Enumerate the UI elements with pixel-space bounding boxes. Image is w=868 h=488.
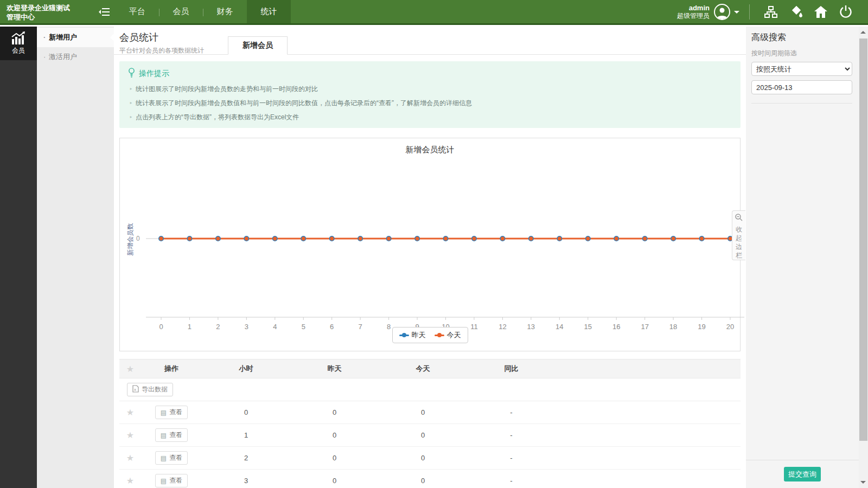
- star-icon[interactable]: ★: [126, 431, 134, 440]
- legend-label: 昨天: [412, 330, 426, 340]
- export-data-button[interactable]: x 导出数据: [127, 383, 173, 396]
- cell-yesterday: 0: [290, 477, 379, 485]
- rail-label: 会员: [12, 46, 25, 55]
- bar-chart-icon: [11, 31, 26, 46]
- advanced-search-title: 高级搜索: [751, 32, 852, 43]
- nav-finance[interactable]: 财务: [203, 0, 247, 23]
- home-icon[interactable]: [808, 0, 833, 24]
- user-info: admin 超级管理员: [677, 4, 710, 20]
- cell-hour: 3: [202, 477, 290, 485]
- user-dropdown-caret-icon[interactable]: [734, 11, 739, 16]
- submit-query-button[interactable]: 提交查询: [784, 467, 821, 481]
- tips-title: 操作提示: [139, 69, 169, 79]
- nav-platform[interactable]: 平台: [115, 0, 159, 23]
- col-yesterday: 昨天: [290, 364, 379, 374]
- svg-text:20: 20: [726, 323, 734, 331]
- sidebar-item-member[interactable]: 会员: [0, 27, 37, 60]
- svg-text:12: 12: [499, 323, 506, 331]
- svg-text:19: 19: [698, 323, 705, 331]
- view-button[interactable]: ▤查看: [155, 406, 188, 419]
- scrollbar-thumb[interactable]: [859, 38, 867, 441]
- sitemap-icon[interactable]: [758, 0, 783, 24]
- topbar: 欢迎登录企业猫测试 管理中心 平台 会员 财务 统计 admin 超级管理员: [0, 0, 868, 25]
- star-icon[interactable]: ★: [126, 453, 134, 463]
- svg-text:0: 0: [159, 323, 163, 331]
- svg-text:1: 1: [188, 323, 192, 331]
- star-icon: ★: [126, 364, 134, 374]
- page-subtitle: 平台针对会员的各项数据统计: [119, 46, 746, 55]
- menu-collapse-icon[interactable]: [93, 0, 115, 23]
- cell-hour: 1: [202, 431, 290, 439]
- cell-today: 0: [379, 431, 467, 439]
- cell-yesterday: 0: [290, 431, 379, 439]
- cell-today: 0: [379, 454, 467, 462]
- view-button[interactable]: ▤查看: [155, 474, 188, 487]
- excel-file-icon: x: [132, 385, 139, 394]
- collapse-sidebar-tab[interactable]: 收起边栏: [732, 210, 745, 260]
- nav-member[interactable]: 会员: [159, 0, 203, 23]
- table-row: ★▤查看100-: [119, 424, 741, 447]
- col-action: 操作: [141, 364, 202, 374]
- legend-item[interactable]: 昨天: [399, 330, 426, 340]
- cell-ratio: -: [467, 454, 556, 462]
- legend-marker-icon: [399, 335, 409, 336]
- svg-text:11: 11: [470, 323, 478, 331]
- scroll-down-arrow-icon[interactable]: [860, 481, 866, 484]
- table-row: ★▤查看200-: [119, 447, 741, 470]
- cell-yesterday: 0: [290, 454, 379, 462]
- svg-text:5: 5: [302, 323, 305, 331]
- cell-ratio: -: [467, 431, 556, 439]
- lightbulb-icon: [128, 68, 135, 79]
- svg-text:8: 8: [387, 323, 391, 331]
- export-row: x 导出数据: [119, 378, 741, 401]
- cell-ratio: -: [467, 477, 556, 485]
- svg-text:17: 17: [641, 323, 648, 331]
- cell-yesterday: 0: [290, 408, 379, 416]
- divider: [751, 103, 852, 104]
- page-title: 会员统计: [119, 31, 746, 44]
- nav-statistics[interactable]: 统计: [247, 0, 291, 23]
- cell-hour: 2: [202, 454, 290, 462]
- svg-text:13: 13: [527, 323, 535, 331]
- brand-title: 欢迎登录企业猫测试 管理中心: [0, 0, 93, 23]
- legend-marker-icon: [435, 335, 444, 336]
- top-navigation: 平台 会员 财务 统计: [115, 0, 291, 23]
- tip-item: 统计表展示了时间段内新增会员数值和与前一时间段的同比数值，点击每条记录后的“查看…: [128, 99, 732, 107]
- power-icon[interactable]: [833, 0, 858, 24]
- tips-box: 操作提示 统计图展示了时间段内新增会员数的走势和与前一时间段的对比 统计表展示了…: [119, 61, 741, 128]
- scroll-up-arrow-icon[interactable]: [860, 31, 866, 34]
- svg-text:14: 14: [556, 323, 563, 331]
- date-input[interactable]: [751, 80, 852, 94]
- avatar[interactable]: [714, 4, 730, 20]
- view-button[interactable]: ▤查看: [155, 428, 188, 442]
- view-button[interactable]: ▤查看: [155, 451, 188, 465]
- svg-text:18: 18: [669, 323, 677, 331]
- list-icon: ▤: [161, 454, 167, 462]
- svg-text:7: 7: [359, 323, 362, 331]
- theme-bucket-icon[interactable]: [783, 0, 808, 24]
- table-header: ★ 操作 小时 昨天 今天 同比: [119, 359, 741, 378]
- advanced-search-panel: 高级搜索 按时间周期筛选 按照天统计 提交查询: [746, 27, 859, 488]
- page-header: 会员统计 平台针对会员的各项数据统计 新增会员: [114, 27, 746, 55]
- star-icon[interactable]: ★: [126, 408, 134, 417]
- legend-item[interactable]: 今天: [435, 330, 461, 340]
- star-icon[interactable]: ★: [126, 476, 134, 485]
- svg-text:x: x: [134, 387, 136, 392]
- submenu-item-new-users[interactable]: 新增用户: [37, 28, 114, 47]
- user-name: admin: [677, 4, 710, 12]
- tip-item: 点击列表上方的“导出数据”，将列表数据导出为Excel文件: [128, 113, 732, 121]
- line-chart: 01234567891011121314151617181920: [120, 138, 744, 351]
- search-panel-footer: 提交查询: [746, 460, 859, 488]
- main-content: 会员统计 平台针对会员的各项数据统计 新增会员 操作提示 统计图展示了时间段内新…: [114, 27, 746, 488]
- tab-new-members[interactable]: 新增会员: [228, 36, 288, 55]
- vertical-scrollbar[interactable]: [859, 27, 868, 488]
- chart-legend: 昨天今天: [392, 327, 468, 343]
- submenu-item-active-users[interactable]: 激活用户: [37, 47, 114, 67]
- cell-today: 0: [379, 477, 467, 485]
- divider: [749, 4, 750, 20]
- col-today: 今天: [379, 364, 467, 374]
- collapse-sidebar-label: 收起边栏: [735, 225, 743, 260]
- table-row: ★▤查看000-: [119, 401, 741, 424]
- magnifier-icon: [735, 214, 743, 223]
- period-select[interactable]: 按照天统计: [751, 62, 852, 76]
